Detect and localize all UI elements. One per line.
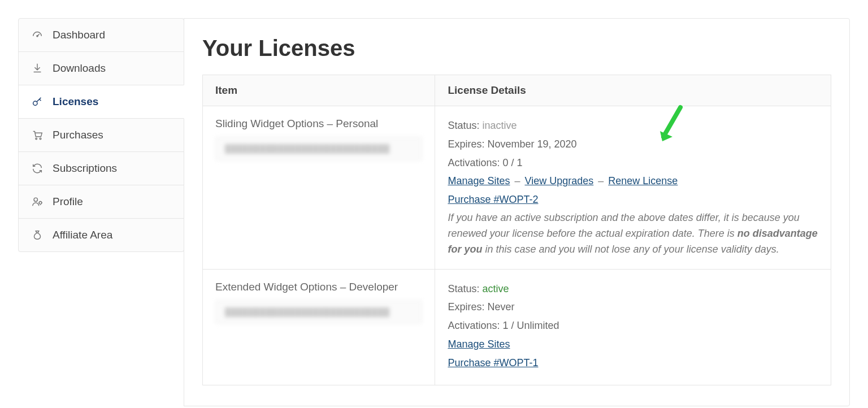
details-cell: Status: inactiveExpires: November 19, 20…: [435, 106, 831, 270]
expires-label: Expires:: [448, 138, 484, 150]
sidebar-item-label: Purchases: [53, 129, 103, 141]
manage-sites-link[interactable]: Manage Sites: [448, 175, 510, 186]
expires-value: Never: [487, 301, 514, 312]
sidebar-item-profile[interactable]: Profile: [18, 185, 184, 219]
details-cell: Status: activeExpires: NeverActivations:…: [435, 269, 831, 385]
expires-line: Expires: Never: [448, 299, 818, 315]
license-key[interactable]: ████████████████████████████: [215, 137, 422, 160]
item-name: Sliding Widget Options – Personal: [215, 118, 422, 130]
status-line: Status: inactive: [448, 118, 818, 134]
expires-label: Expires:: [448, 301, 484, 312]
svg-point-1: [33, 101, 37, 105]
sidebar-item-subscriptions[interactable]: Subscriptions: [18, 151, 184, 185]
expires-line: Expires: November 19, 2020: [448, 136, 818, 153]
status-label: Status:: [448, 283, 482, 294]
licenses-table: Item License Details Sliding Widget Opti…: [202, 75, 831, 385]
svg-point-2: [36, 138, 37, 140]
expires-value: November 19, 2020: [487, 138, 576, 150]
profile-icon: [31, 196, 44, 208]
item-name: Extended Widget Options – Developer: [215, 281, 422, 293]
col-header-item: Item: [203, 75, 435, 106]
status-value: active: [482, 283, 509, 294]
activations-line: Activations: 0 / 1: [448, 155, 818, 171]
activations-value: 1 / Unlimited: [503, 320, 559, 331]
action-links: Manage Sites: [448, 336, 818, 353]
separator: –: [515, 175, 520, 186]
sidebar-item-label: Dashboard: [53, 29, 105, 41]
status-value: inactive: [482, 120, 517, 131]
sidebar-item-label: Affiliate Area: [53, 229, 112, 241]
action-links: Manage Sites–View Upgrades–Renew License: [448, 173, 818, 189]
svg-point-0: [37, 36, 38, 37]
note-suffix: in this case and you will not lose any o…: [482, 244, 779, 255]
activations-value: 0 / 1: [503, 157, 523, 168]
col-header-details: License Details: [435, 75, 831, 106]
license-key[interactable]: ████████████████████████████: [215, 300, 422, 324]
page-title: Your Licenses: [202, 36, 831, 61]
separator: –: [598, 175, 604, 186]
key-icon: [31, 96, 44, 108]
sidebar-item-purchases[interactable]: Purchases: [18, 118, 184, 152]
status-line: Status: active: [448, 281, 818, 297]
purchase-line: Purchase #WOPT-2: [448, 192, 818, 208]
view-upgrades-link[interactable]: View Upgrades: [525, 175, 594, 186]
renew-license-link[interactable]: Renew License: [608, 175, 678, 186]
sidebar-item-dashboard[interactable]: Dashboard: [18, 18, 184, 52]
sidebar-item-label: Profile: [53, 196, 83, 208]
download-icon: [31, 62, 44, 75]
purchase-link[interactable]: Purchase #WOPT-1: [448, 357, 538, 368]
cart-icon: [31, 129, 44, 141]
dashboard-icon: [31, 29, 44, 41]
refresh-icon: [31, 162, 44, 175]
table-row: Extended Widget Options – Developer█████…: [203, 269, 831, 385]
svg-point-5: [39, 202, 42, 205]
activations-label: Activations:: [448, 157, 500, 168]
sidebar-item-label: Downloads: [53, 62, 106, 75]
main-content: Your Licenses Item License Details Slidi…: [184, 18, 850, 406]
svg-point-4: [34, 198, 37, 201]
activations-line: Activations: 1 / Unlimited: [448, 318, 818, 334]
status-label: Status:: [448, 120, 482, 131]
svg-point-3: [40, 138, 41, 140]
table-row: Sliding Widget Options – Personal███████…: [203, 106, 831, 270]
sidebar-item-affiliate[interactable]: Affiliate Area: [18, 218, 184, 252]
sidebar-item-label: Subscriptions: [53, 162, 117, 175]
sidebar-item-downloads[interactable]: Downloads: [18, 51, 184, 85]
manage-sites-link[interactable]: Manage Sites: [448, 338, 510, 350]
license-note: If you have an active subscription and t…: [448, 210, 818, 258]
item-cell: Sliding Widget Options – Personal███████…: [203, 106, 435, 270]
sidebar: Dashboard Downloads Licenses Purchases S…: [18, 18, 184, 406]
activations-label: Activations:: [448, 320, 500, 331]
purchase-link[interactable]: Purchase #WOPT-2: [448, 194, 538, 205]
purchase-line: Purchase #WOPT-1: [448, 355, 818, 371]
moneybag-icon: [31, 229, 44, 241]
item-cell: Extended Widget Options – Developer█████…: [203, 269, 435, 385]
sidebar-item-label: Licenses: [53, 96, 98, 108]
sidebar-item-licenses[interactable]: Licenses: [18, 85, 184, 119]
